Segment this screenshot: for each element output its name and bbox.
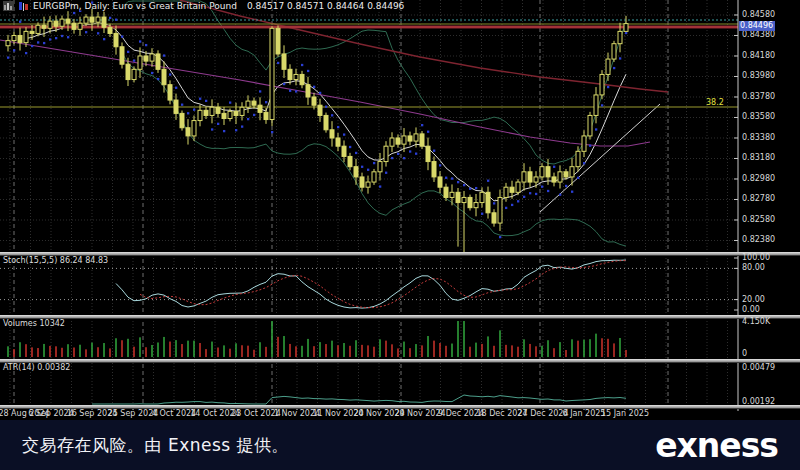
time-axis-label: 27 Dec 2024: [517, 410, 568, 418]
fib-382-label: 38.2: [706, 99, 724, 107]
exness-risk-banner: 交易存在风险。由 Exness 提供。 exness: [0, 420, 800, 470]
atr-label: ATR(14) 0.00382: [3, 363, 70, 372]
volumes-label: Volumes 10342: [3, 319, 65, 328]
trading-terminal-window: EURGBPm, Daily: Euro vs Great Britain Po…: [0, 0, 800, 470]
price-axis-label: 0.82980: [742, 175, 775, 183]
stoch-axis-label: 100.00: [742, 254, 770, 262]
current-price-tag: 0.84496: [739, 21, 775, 31]
time-axis-label: 15 Jan 2025: [601, 410, 649, 418]
price-chart-area[interactable]: EURGBPm, Daily: Euro vs Great Britain Po…: [0, 0, 800, 420]
stoch-axis-label: 20.00: [742, 296, 765, 304]
price-axis-label: 0.83780: [742, 93, 775, 101]
time-axis-label: 25 Sep 2024: [108, 410, 159, 418]
atr-axis-label: 0.00479: [742, 364, 775, 372]
chart-title: EURGBPm, Daily: Euro vs Great Britain Po…: [33, 1, 237, 11]
stoch-axis-label: 0.00: [742, 306, 760, 314]
price-axis-label: 0.84380: [742, 31, 775, 39]
candlestick-chart-canvas[interactable]: [0, 0, 800, 420]
stoch-axis-label: 80.00: [742, 264, 765, 272]
price-axis-label: 0.82780: [742, 195, 775, 203]
price-axis-label: 0.83580: [742, 113, 775, 121]
atr-axis-label: 0.00192: [742, 398, 775, 406]
stochastic-label: Stoch(15,5,5) 86.24 84.83: [3, 256, 108, 265]
price-axis-label: 0.82380: [742, 236, 775, 244]
time-axis-label: 6 Jan 2025: [563, 410, 606, 418]
pane-separator[interactable]: [0, 252, 800, 256]
exness-logo: exness: [655, 429, 778, 462]
volume-axis-label: 0: [742, 350, 747, 358]
pane-separator[interactable]: [0, 359, 800, 363]
risk-disclaimer-text: 交易存在风险。由 Exness 提供。: [22, 434, 289, 457]
volume-axis-label: 4.150K: [742, 318, 770, 326]
price-axis-label: 0.84580: [742, 11, 775, 19]
price-axis-label: 0.84180: [742, 52, 775, 60]
price-axis-label: 0.82580: [742, 216, 775, 224]
chart-ohlc-quote: 0.84517 0.84571 0.84464 0.84496: [247, 1, 404, 11]
chart-header: EURGBPm, Daily: Euro vs Great Britain Po…: [3, 1, 404, 11]
price-axis-label: 0.83980: [742, 72, 775, 80]
candles-icon: [18, 1, 29, 11]
bar-chart-icon: [3, 1, 14, 11]
price-axis-label: 0.83180: [742, 154, 775, 162]
pane-separator[interactable]: [0, 315, 800, 319]
price-axis-label: 0.83380: [742, 134, 775, 142]
